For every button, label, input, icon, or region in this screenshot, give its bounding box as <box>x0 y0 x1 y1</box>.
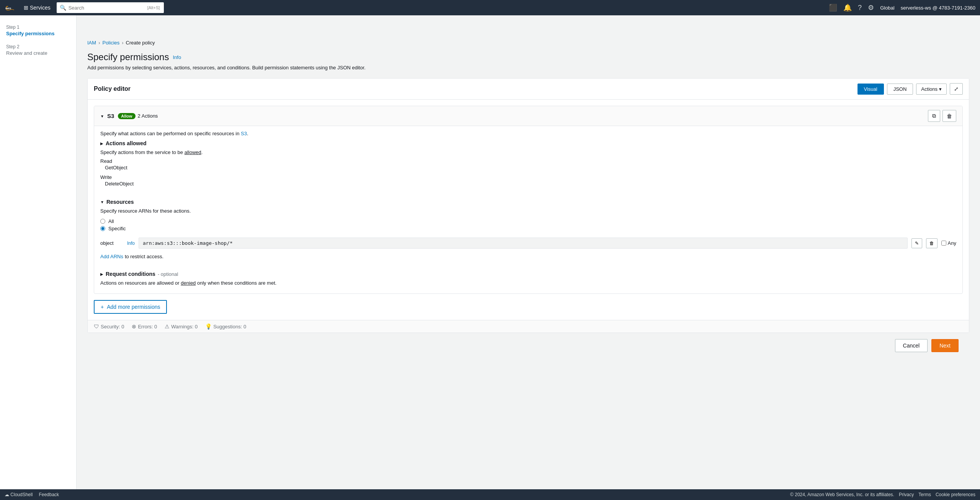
statement-service: S3 <box>107 113 114 119</box>
help-icon[interactable]: ? <box>858 4 862 12</box>
region-selector[interactable]: Global <box>880 5 895 11</box>
resources-section-header[interactable]: Resources <box>100 195 956 207</box>
error-icon: ⊗ <box>132 323 136 330</box>
bottom-bar: ☁ CloudShell Feedback © 2024, Amazon Web… <box>0 489 980 500</box>
resource-desc: Specify resource ARNs for these actions. <box>100 207 956 217</box>
search-input[interactable] <box>69 5 145 11</box>
action-delete-object: DeleteObject <box>100 180 956 187</box>
cookie-preferences-link[interactable]: Cookie preferences <box>936 492 975 497</box>
expand-icon[interactable]: ⤢ <box>950 83 963 95</box>
actions-section-header[interactable]: Actions allowed <box>100 136 956 148</box>
next-button[interactable]: Next <box>931 339 959 352</box>
denied-text: denied <box>181 280 196 286</box>
action-group-read: Read GetObject <box>100 158 956 171</box>
top-nav: aws ⊞ Services 🔍 [Alt+S] ⬛ 🔔 ? ⚙ Global … <box>0 0 980 15</box>
add-permissions-button[interactable]: + Add more permissions <box>94 300 167 314</box>
add-arns-link[interactable]: Add ARNs <box>100 254 123 259</box>
bottom-bar-right: © 2024, Amazon Web Services, Inc. or its… <box>790 492 975 497</box>
copy-statement-button[interactable]: ⧉ <box>928 110 940 122</box>
privacy-link[interactable]: Privacy <box>899 492 914 497</box>
step2-title[interactable]: Review and create <box>6 50 70 56</box>
cloudshell-button[interactable]: ☁ CloudShell <box>5 492 33 497</box>
account-menu[interactable]: serverless-ws @ 4783-7191-2360 <box>901 5 975 11</box>
conditions-optional: - optional <box>158 271 178 277</box>
breadcrumb-sep2: › <box>122 40 123 46</box>
chevron-down-icon: ▾ <box>939 86 942 92</box>
search-bar[interactable]: 🔍 [Alt+S] <box>57 2 164 13</box>
warning-icon: ⚠ <box>165 323 170 330</box>
main-content: IAM › Policies › Create policy Specify p… <box>77 31 980 500</box>
action-group-write: Write DeleteObject <box>100 174 956 187</box>
nav-right: ⬛ 🔔 ? ⚙ Global serverless-ws @ 4783-7191… <box>829 3 975 12</box>
security-status: 🛡 Security: 0 <box>94 323 124 330</box>
edit-arn-button[interactable]: ✎ <box>911 238 922 248</box>
object-label: object <box>100 240 123 246</box>
resource-radio-group: All Specific <box>100 217 956 234</box>
errors-status: ⊗ Errors: 0 <box>132 323 157 330</box>
delete-arn-button[interactable]: 🗑 <box>926 238 938 248</box>
breadcrumb: IAM › Policies › Create policy <box>87 40 969 46</box>
page-info-link[interactable]: Info <box>173 54 181 60</box>
security-icon: 🛡 <box>94 323 99 330</box>
suggestions-count: Suggestions: 0 <box>213 324 246 330</box>
restrict-text: to restrict access. <box>125 254 163 259</box>
search-icon: 🔍 <box>60 5 66 11</box>
actions-section-title: Actions allowed <box>106 140 147 146</box>
page-description: Add permissions by selecting services, a… <box>87 65 969 70</box>
sidebar: Step 1 Specify permissions Step 2 Review… <box>0 15 77 489</box>
radio-specific[interactable]: Specific <box>100 226 956 231</box>
actions-dropdown[interactable]: Actions ▾ <box>916 84 947 95</box>
actions-desc: Specify actions from the service to be a… <box>100 148 956 158</box>
statement-block: S3 Allow 2 Actions ⧉ 🗑 Specify what acti… <box>94 106 963 294</box>
actions-section: Actions allowed Specify actions from the… <box>94 136 962 195</box>
step1-title[interactable]: Specify permissions <box>6 31 70 36</box>
copyright: © 2024, Amazon Web Services, Inc. or its… <box>790 492 894 497</box>
statement-toggle[interactable] <box>100 113 104 119</box>
cancel-button[interactable]: Cancel <box>895 339 928 352</box>
feedback-button[interactable]: Feedback <box>39 492 59 497</box>
request-conditions-section: Request conditions - optional Actions on… <box>94 267 962 293</box>
tab-json[interactable]: JSON <box>887 84 913 95</box>
any-label: Any <box>948 240 956 246</box>
grid-icon: ⊞ <box>24 5 28 11</box>
actions-toggle-icon[interactable] <box>100 141 103 146</box>
arn-display: arn:aws:s3:::book-image-shop/* <box>139 238 908 249</box>
resources-toggle-icon[interactable] <box>100 200 104 204</box>
page-header: Specify permissions Info Add permissions… <box>87 52 969 70</box>
breadcrumb-sep1: › <box>98 40 100 46</box>
breadcrumb-iam[interactable]: IAM <box>87 40 96 46</box>
action-get-object: GetObject <box>100 164 956 171</box>
delete-statement-button[interactable]: 🗑 <box>942 110 956 122</box>
resources-section: Resources Specify resource ARNs for thes… <box>94 195 962 267</box>
services-button[interactable]: ⊞ Services <box>21 3 54 12</box>
search-hint: [Alt+S] <box>147 5 160 10</box>
terminal-icon[interactable]: ⬛ <box>829 3 837 12</box>
breadcrumb-current: Create policy <box>126 40 155 46</box>
radio-all[interactable]: All <box>100 218 956 224</box>
statement-description: Specify what actions can be performed on… <box>94 126 962 136</box>
page-title: Specify permissions <box>87 52 169 62</box>
resources-section-title: Resources <box>106 199 134 205</box>
plus-icon: + <box>101 304 104 310</box>
step2-label: Step 2 <box>6 44 70 49</box>
security-count: Security: 0 <box>101 324 124 330</box>
tab-visual[interactable]: Visual <box>858 84 884 95</box>
suggestions-icon: 💡 <box>205 323 212 330</box>
service-link[interactable]: S3 <box>241 131 247 136</box>
conditions-toggle-icon[interactable] <box>100 272 103 276</box>
settings-icon[interactable]: ⚙ <box>868 3 874 12</box>
card-header: Policy editor Visual JSON Actions ▾ ⤢ <box>88 79 969 100</box>
policy-editor-title: Policy editor <box>94 85 131 92</box>
statement-actions-count: 2 Actions <box>138 113 158 119</box>
terms-link[interactable]: Terms <box>918 492 931 497</box>
conditions-section-header[interactable]: Request conditions - optional <box>100 267 956 279</box>
footer-actions: Cancel Next <box>87 333 969 358</box>
breadcrumb-policies[interactable]: Policies <box>102 40 119 46</box>
any-checkbox[interactable]: Any <box>941 240 956 246</box>
status-bar: 🛡 Security: 0 ⊗ Errors: 0 ⚠ Warnings: 0 … <box>88 320 969 333</box>
aws-logo[interactable]: aws <box>5 4 16 11</box>
conditions-desc: Actions on resources are allowed or deni… <box>100 279 956 289</box>
object-info-link[interactable]: Info <box>127 241 135 246</box>
errors-count: Errors: 0 <box>138 324 157 330</box>
bell-icon[interactable]: 🔔 <box>843 3 852 12</box>
